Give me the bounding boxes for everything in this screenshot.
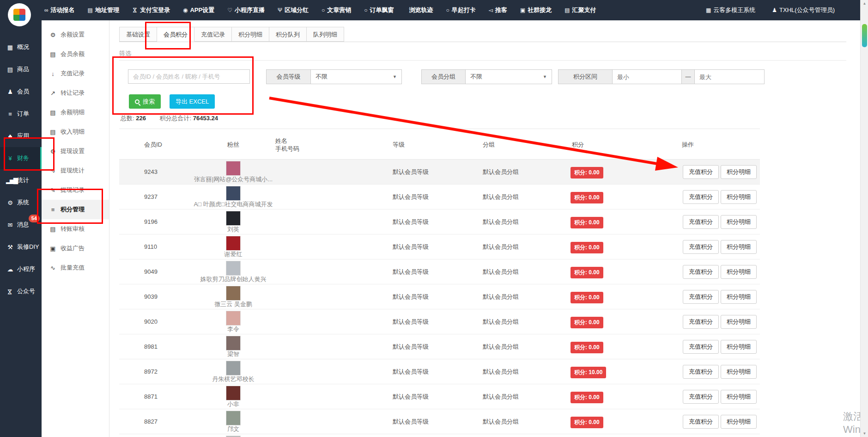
system-name-link[interactable]: ▦ 云客多模王系统 (706, 6, 755, 14)
scroll-down-icon[interactable] (861, 431, 868, 436)
points-detail-button[interactable]: 积分明细 (721, 315, 757, 329)
watermark-line1: 激活 Windows (843, 410, 860, 436)
export-excel-button[interactable]: 导出 EXCEL (170, 94, 215, 109)
recharge-points-button[interactable]: 充值积分 (683, 415, 719, 429)
recharge-points-button[interactable]: 充值积分 (683, 315, 719, 329)
recharge-points-button[interactable]: 充值积分 (683, 165, 719, 179)
submenu-item[interactable]: ⚙ 提现设置 (42, 142, 109, 161)
points-detail-button[interactable]: 积分明细 (721, 190, 757, 204)
circle-icon: ○ (364, 7, 367, 13)
submenu-item[interactable]: ▣ 收益广告 (42, 239, 109, 258)
nav-menu-item[interactable]: 浏览轨迹 (407, 6, 433, 14)
member-group-select[interactable]: 不限 ▼ (466, 69, 552, 84)
sidebar-item[interactable]: ▂▅▇ 统计 (0, 169, 42, 191)
sidebar-item[interactable]: ▤ 商品 (0, 58, 42, 80)
member-group-cell: 默认会员分组 (483, 160, 519, 185)
submenu-item-label: 收益广告 (61, 244, 85, 252)
table-row: 9049 姝歌剪刀品牌创始人黄兴 默认会员等级 默认会员分组 积分: 0.00 … (119, 259, 760, 284)
submenu-item[interactable]: ⚙ 余额设置 (42, 25, 109, 44)
windows-activation-watermark: 激活 Windows 转到“设置”以激活 Windows。 (843, 410, 860, 437)
points-detail-button[interactable]: 积分明细 (721, 365, 757, 379)
member-search-input[interactable] (128, 69, 250, 84)
submenu-item-label: 积分管理 (61, 205, 85, 214)
submenu-item-label: 提现设置 (61, 147, 85, 155)
sidebar-item[interactable]: ⚒ 装修DIY (0, 236, 42, 258)
member-level-cell: 默认会员等级 (393, 160, 429, 185)
submenu-item[interactable]: ▤ 会员余额 (42, 44, 109, 64)
sidebar-item[interactable]: ≡ 订单 (0, 103, 42, 125)
nav-menu-item[interactable]: ▤ 汇聚支付 (565, 6, 596, 14)
submenu-item[interactable]: ▤ 余额明细 (42, 103, 109, 122)
recharge-points-button[interactable]: 充值积分 (683, 240, 719, 254)
sidebar-item[interactable]: ♣ 应用 (0, 125, 42, 147)
submenu-item[interactable]: ↗ 转让记录 (42, 83, 109, 103)
points-detail-button[interactable]: 积分明细 (721, 165, 757, 179)
nav-menu-item[interactable]: ∞ 活动报名 (44, 6, 75, 14)
recharge-points-button[interactable]: 充值积分 (683, 215, 719, 229)
nav-menu-item[interactable]: Ψ 区域分红 (278, 6, 309, 14)
nav-menu-item[interactable]: ♡ 小程序直播 (227, 6, 265, 14)
sidebar-item[interactable]: ✉ 消息 54 (0, 214, 42, 236)
search-button[interactable]: 搜索 (129, 94, 161, 109)
member-level-cell: 默认会员等级 (393, 309, 429, 334)
sidebar-item[interactable]: ⚙ 系统 (0, 191, 42, 214)
tab[interactable]: 积分明细 (232, 27, 269, 42)
scroll-up-icon[interactable] (861, 1, 868, 6)
member-level-cell: 默认会员等级 (393, 209, 429, 234)
tab[interactable]: 基础设置 (119, 27, 157, 42)
apps-icon: ♣ (6, 133, 13, 140)
nav-menu-item-label: 支付宝登录 (140, 6, 170, 14)
submenu-item[interactable]: ▤ 收入明细 (42, 122, 109, 142)
nav-menu-item[interactable]: ◉ APP设置 (183, 6, 214, 14)
sidebar-item[interactable]: ♟ 会员 (0, 80, 42, 103)
points-detail-button[interactable]: 积分明细 (721, 240, 757, 254)
tab-bar: 基础设置 会员积分 充值记录 积分明细 积分队列 队列明细 (119, 27, 846, 42)
sidebar-item[interactable]: ☁ 小程序 (0, 258, 42, 280)
recharge-points-button[interactable]: 充值积分 (683, 390, 719, 404)
submenu-item[interactable]: ∿ 提现统计 (42, 161, 109, 180)
submenu-item[interactable]: ∿ 批量充值 (42, 258, 109, 277)
nav-menu-item[interactable]: ◅ 推客 (489, 6, 507, 14)
recharge-points-button[interactable]: 充值积分 (683, 365, 719, 379)
tab[interactable]: 会员积分 (157, 27, 194, 42)
vertical-scrollbar[interactable] (860, 0, 868, 437)
avatar (226, 286, 241, 301)
user-account-link[interactable]: ♟ TXHL(公众号管理员) (772, 6, 835, 14)
member-level-label: 会员等级 (266, 69, 311, 84)
submenu-item[interactable]: ↓ 充值记录 (42, 64, 109, 83)
sidebar-item[interactable]: ▦ 概况 (0, 36, 42, 58)
recharge-points-button[interactable]: 充值积分 (683, 340, 719, 354)
nav-menu-item[interactable]: ▤ 地址管理 (88, 6, 119, 14)
nav-menu-item[interactable]: ○ 订单飘窗 (364, 6, 394, 14)
points-badge: 积分: 0.00 (571, 292, 603, 303)
apple-icon: ◉ (183, 7, 188, 13)
submenu-item-label: 批量充值 (61, 264, 85, 272)
recharge-points-button[interactable]: 充值积分 (683, 190, 719, 204)
points-detail-button[interactable]: 积分明细 (721, 390, 757, 404)
points-max-input[interactable] (694, 69, 765, 84)
submenu-item[interactable]: ▤ 转账审核 (42, 219, 109, 239)
nav-menu-item[interactable]: ⋈ 支付宝登录 (132, 6, 170, 14)
submenu-item[interactable]: ≡ 积分管理 (42, 200, 109, 219)
recharge-points-button[interactable]: 充值积分 (683, 290, 719, 304)
tab[interactable]: 队列明细 (307, 27, 344, 42)
tab[interactable]: 充值记录 (194, 27, 232, 42)
member-level-select[interactable]: 不限 ▼ (311, 69, 402, 84)
tab[interactable]: 积分队列 (269, 27, 307, 42)
points-detail-button[interactable]: 积分明细 (721, 290, 757, 304)
nav-menu-item[interactable]: ▣ 社群接龙 (520, 6, 552, 14)
members-icon: ♟ (6, 88, 13, 95)
recharge-points-button[interactable]: 充值积分 (683, 265, 719, 279)
scrollbar-thumb[interactable] (862, 24, 867, 47)
points-detail-button[interactable]: 积分明细 (721, 340, 757, 354)
points-min-input[interactable] (613, 69, 682, 84)
points-badge: 积分: 0.00 (571, 192, 603, 203)
nav-menu-item[interactable]: ○ 早起打卡 (446, 6, 475, 14)
points-detail-button[interactable]: 积分明细 (721, 215, 757, 229)
nav-menu-item[interactable]: ○ 文章营销 (322, 6, 351, 14)
sidebar-item[interactable]: ⋈ 公众号 (0, 280, 42, 302)
points-detail-button[interactable]: 积分明细 (721, 415, 757, 429)
sidebar-item[interactable]: ¥ 财务 (0, 147, 42, 169)
points-detail-button[interactable]: 积分明细 (721, 265, 757, 279)
submenu-item[interactable]: ✎ 提现记录 (42, 180, 109, 200)
